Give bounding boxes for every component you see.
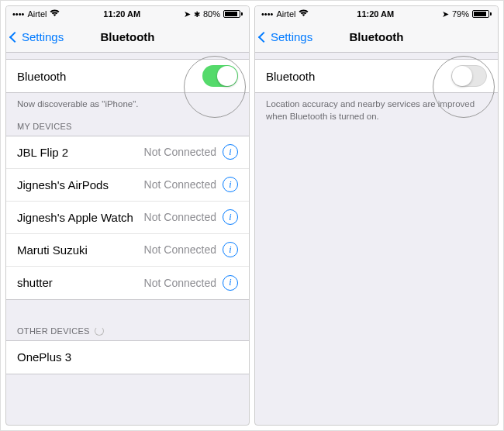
device-row[interactable]: OnePlus 3 (6, 341, 249, 374)
other-devices-label: OTHER DEVICES (17, 326, 90, 336)
device-row[interactable]: Jignesh's AirPods Not Connected i (6, 169, 249, 202)
device-row[interactable]: Jignesh's Apple Watch Not Connected i (6, 202, 249, 234)
info-icon[interactable]: i (223, 275, 238, 291)
bluetooth-toggle-row: Bluetooth (6, 60, 249, 92)
toggle-knob (217, 66, 237, 86)
chevron-left-icon (258, 31, 269, 42)
back-button[interactable]: Settings (255, 30, 312, 43)
device-name: JBL Flip 2 (17, 146, 144, 159)
phone-right: •••• Airtel 11:20 AM ➤ 79% Settings Blue… (254, 5, 499, 426)
spinner-icon (95, 326, 104, 336)
bluetooth-toggle-label: Bluetooth (266, 70, 451, 83)
bluetooth-off-note: Location accuracy and nearby services ar… (255, 93, 498, 127)
clock-label: 11:20 AM (103, 9, 140, 19)
device-name: OnePlus 3 (17, 350, 238, 364)
device-name: Jignesh's AirPods (17, 178, 144, 191)
info-icon[interactable]: i (223, 242, 238, 257)
device-status: Not Connected (144, 243, 216, 256)
battery-pct-label: 79% (452, 9, 469, 19)
my-devices-list: JBL Flip 2 Not Connected i Jignesh's Air… (6, 136, 249, 300)
device-name: shutter (17, 276, 144, 289)
carrier-label: Airtel (276, 9, 295, 19)
bluetooth-toggle-section: Bluetooth (255, 59, 498, 93)
device-status: Not Connected (144, 277, 216, 289)
clock-label: 11:20 AM (357, 9, 394, 19)
back-label: Settings (22, 30, 64, 43)
bluetooth-toggle-row: Bluetooth (255, 60, 498, 92)
device-row[interactable]: JBL Flip 2 Not Connected i (6, 136, 249, 169)
nav-bar: Settings Bluetooth (6, 22, 249, 53)
info-icon[interactable]: i (223, 177, 238, 192)
bluetooth-toggle-label: Bluetooth (17, 70, 202, 83)
status-bar: •••• Airtel 11:20 AM ➤ ✱ 80% (6, 6, 249, 22)
my-devices-header: MY DEVICES (6, 116, 249, 136)
device-name: Maruti Suzuki (17, 243, 144, 257)
toggle-knob (452, 66, 472, 86)
location-icon: ➤ (184, 9, 191, 19)
device-row[interactable]: Maruti Suzuki Not Connected i (6, 234, 249, 267)
battery-icon (472, 10, 492, 18)
chevron-left-icon (9, 31, 20, 42)
device-status: Not Connected (144, 146, 216, 158)
page-title: Bluetooth (101, 30, 155, 43)
other-devices-list: OnePlus 3 (6, 340, 249, 374)
bluetooth-toggle-section: Bluetooth (6, 59, 249, 93)
wifi-icon (50, 9, 60, 19)
device-status: Not Connected (144, 211, 216, 223)
signal-icon: •••• (12, 9, 24, 19)
location-icon: ➤ (442, 9, 449, 19)
wifi-icon (299, 9, 309, 19)
bluetooth-toggle[interactable] (451, 65, 487, 87)
signal-icon: •••• (261, 9, 273, 19)
bluetooth-toggle[interactable] (202, 65, 238, 87)
battery-icon (223, 10, 243, 18)
back-label: Settings (271, 30, 312, 43)
phone-left: •••• Airtel 11:20 AM ➤ ✱ 80% Settings Bl… (5, 5, 250, 426)
bluetooth-icon: ✱ (194, 10, 200, 19)
page-title: Bluetooth (350, 30, 404, 43)
status-bar: •••• Airtel 11:20 AM ➤ 79% (255, 6, 498, 22)
other-devices-header: OTHER DEVICES (6, 320, 249, 340)
carrier-label: Airtel (27, 9, 47, 19)
device-row[interactable]: shutter Not Connected i (6, 267, 249, 299)
device-status: Not Connected (144, 178, 216, 191)
discoverable-note: Now discoverable as "iPhone". (6, 93, 249, 116)
battery-pct-label: 80% (203, 9, 220, 19)
nav-bar: Settings Bluetooth (255, 22, 498, 53)
back-button[interactable]: Settings (6, 30, 64, 43)
device-name: Jignesh's Apple Watch (17, 211, 144, 224)
info-icon[interactable]: i (223, 209, 238, 225)
info-icon[interactable]: i (223, 144, 238, 160)
